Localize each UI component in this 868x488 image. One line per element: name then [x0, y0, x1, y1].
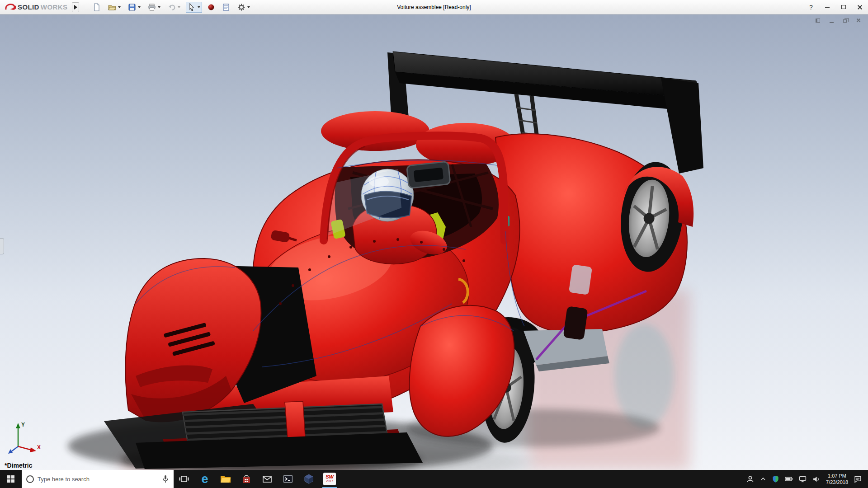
battery-button[interactable]: [785, 476, 793, 482]
defender-button[interactable]: [772, 475, 779, 483]
options-button[interactable]: [236, 2, 252, 13]
mail-icon: [262, 474, 273, 484]
help-button[interactable]: ?: [803, 0, 819, 14]
undo-button[interactable]: [166, 2, 182, 13]
network-icon: [799, 476, 807, 483]
mail-button[interactable]: [257, 470, 278, 488]
brand-solid: SOLID: [18, 3, 39, 11]
start-button[interactable]: [0, 470, 22, 488]
solidworks-app-button[interactable]: SW 2017: [319, 470, 340, 488]
dropdown-arrow-icon: [198, 6, 200, 8]
clock-date: 7/23/2018: [826, 479, 848, 485]
people-button[interactable]: [746, 475, 754, 483]
dropdown-arrow-icon: [178, 6, 180, 8]
pin-icon: [816, 19, 820, 23]
taskbar-clock[interactable]: 1:07 PM 7/23/2018: [826, 473, 848, 486]
new-document-button[interactable]: [91, 2, 103, 13]
solidworks-logo: SOLIDWORKS: [0, 3, 67, 12]
volume-button[interactable]: [812, 476, 820, 483]
sphere-icon: [208, 4, 215, 11]
clock-time: 1:07 PM: [826, 473, 848, 479]
view-orientation-label: *Dimetric: [5, 462, 32, 469]
battery-icon: [785, 476, 793, 482]
y-axis-label: Y: [21, 422, 25, 428]
terminal-icon: [283, 474, 293, 484]
solidworks-icon: SW 2017: [323, 473, 336, 485]
sw-year-text: 2017: [326, 479, 333, 483]
close-icon: [857, 5, 863, 10]
action-center-icon: [854, 475, 862, 483]
select-tool-button[interactable]: [186, 2, 202, 13]
edge-icon: e: [201, 473, 208, 485]
close-icon: [856, 18, 861, 23]
minimize-icon: [830, 22, 834, 23]
print-button[interactable]: [146, 2, 162, 13]
gear-icon: [237, 3, 245, 11]
sw-logo-text: SW: [326, 474, 334, 479]
select-arrow-icon: [188, 3, 196, 11]
main-toolbar: [91, 2, 252, 13]
car-model-render[interactable]: [0, 14, 868, 470]
ds-logo-icon: [5, 3, 16, 12]
new-doc-icon: [93, 3, 101, 11]
window-controls: ?: [803, 0, 868, 14]
show-hidden-icons-button[interactable]: [760, 476, 766, 482]
task-view-button[interactable]: [174, 470, 194, 488]
action-center-button[interactable]: [854, 475, 862, 483]
shield-icon: [772, 475, 779, 483]
z-axis: [11, 446, 18, 452]
close-button[interactable]: [852, 0, 868, 14]
x-axis-label: X: [37, 444, 41, 450]
design-report-button[interactable]: [220, 2, 232, 13]
doc-minimize-button[interactable]: [827, 17, 835, 23]
save-icon: [128, 3, 136, 11]
dropdown-arrow-icon: [118, 6, 121, 8]
titlebar: SOLIDWORKS: [0, 0, 868, 14]
graphics-area[interactable]: Y X *Dimetric: [0, 14, 868, 470]
minimize-icon: [825, 7, 830, 8]
speaker-icon: [812, 476, 820, 483]
dropdown-arrow-icon: [158, 6, 160, 8]
dropdown-arrow-icon: [247, 6, 250, 8]
search-input[interactable]: [38, 476, 158, 483]
microphone-icon[interactable]: [162, 475, 169, 483]
view-sphere-button[interactable]: [206, 2, 217, 12]
maximize-button[interactable]: [835, 0, 852, 14]
taskbar-search[interactable]: [22, 470, 174, 488]
cad-viewer-button[interactable]: [298, 470, 319, 488]
windows-taskbar: e: [0, 470, 868, 488]
minimize-button[interactable]: [819, 0, 835, 14]
terminal-button[interactable]: [278, 470, 298, 488]
solidworks-window: SOLIDWORKS: [0, 0, 868, 488]
file-explorer-icon: [220, 473, 231, 485]
feature-tree-handle[interactable]: [0, 238, 4, 254]
document-window-controls: [814, 17, 863, 23]
y-axis-arrow: [16, 423, 20, 428]
right-arrow-icon: [74, 5, 77, 9]
undo-icon: [168, 3, 176, 11]
dropdown-arrow-icon: [138, 6, 141, 8]
doc-pin-button[interactable]: [814, 17, 822, 23]
store-button[interactable]: [236, 470, 257, 488]
cube-app-icon: [303, 474, 314, 484]
open-button[interactable]: [106, 2, 123, 13]
save-button[interactable]: [126, 2, 142, 13]
print-icon: [148, 3, 156, 11]
brand-works: WORKS: [41, 3, 68, 11]
cortana-icon: [26, 475, 34, 483]
maximize-icon: [841, 5, 846, 9]
doc-close-button[interactable]: [854, 17, 863, 23]
x-axis-arrow: [30, 447, 36, 452]
taskbar-apps: e: [174, 470, 340, 488]
edge-button[interactable]: e: [194, 470, 215, 488]
chevron-up-icon: [760, 476, 766, 482]
doc-restore-button[interactable]: [841, 17, 849, 23]
windows-logo-icon: [7, 475, 14, 483]
file-explorer-button[interactable]: [215, 470, 236, 488]
people-icon: [746, 475, 754, 483]
toolbar-expand-arrow[interactable]: [72, 2, 79, 12]
network-button[interactable]: [799, 476, 807, 483]
store-icon: [241, 474, 252, 484]
restore-icon: [843, 19, 847, 23]
orientation-triad: Y X: [6, 419, 44, 457]
